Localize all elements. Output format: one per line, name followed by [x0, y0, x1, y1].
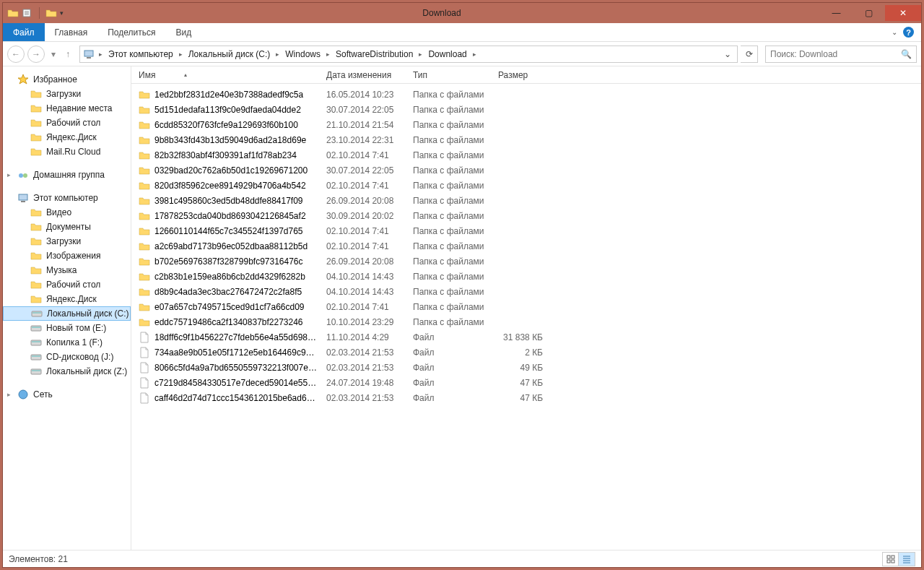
sidebar-item[interactable]: Mail.Ru Cloud	[3, 144, 131, 159]
svg-rect-5	[19, 194, 27, 200]
sidebar-homegroup-header[interactable]: ▸ Домашняя группа	[3, 168, 131, 182]
column-size[interactable]: Размер	[491, 70, 549, 80]
file-type: Файл	[406, 347, 491, 358]
sidebar-item[interactable]: Копилка 1 (F:)	[3, 335, 131, 350]
minimize-button[interactable]: —	[820, 5, 853, 21]
expand-ribbon-button[interactable]: ⌄	[892, 28, 897, 36]
file-row[interactable]: 17878253cda040bd8693042126845af230.09.20…	[131, 208, 921, 223]
sidebar-item[interactable]: Яндекс.Диск	[3, 292, 131, 306]
sidebar-item-label: Яндекс.Диск	[46, 294, 97, 304]
sidebar-item[interactable]: Недавние места	[3, 101, 131, 116]
file-row[interactable]: 6cdd85320f763fcfe9a129693f60b10021.10.20…	[131, 117, 921, 132]
file-row[interactable]: c2b83b1e159ea86b6cb2dd4329f6282b04.10.20…	[131, 269, 921, 284]
sidebar-item[interactable]: Рабочий стол	[3, 116, 131, 130]
file-name: d8b9c4ada3ec3bac276472472c2fa8f5	[154, 287, 302, 297]
sidebar-item[interactable]: Локальный диск (Z:)	[3, 364, 131, 379]
file-name: 0329bad20c762a6b50d1c19269671200	[154, 165, 308, 176]
column-type[interactable]: Тип	[406, 70, 491, 80]
sidebar-item[interactable]: Музыка	[3, 263, 131, 277]
tab-view[interactable]: Вид	[165, 23, 201, 41]
sidebar-item[interactable]: Изображения	[3, 249, 131, 263]
crumb-c-drive[interactable]: Локальный диск (C:)	[187, 49, 272, 59]
file-size: 31 838 КБ	[491, 332, 549, 342]
file-name: b702e56976387f328799bfc97316476c	[154, 256, 303, 267]
crumb-softwaredistribution[interactable]: SoftwareDistribution	[334, 49, 414, 59]
sidebar-favorites: Избранное ЗагрузкиНедавние местаРабочий …	[3, 72, 131, 159]
file-row[interactable]: 0329bad20c762a6b50d1c1926967120030.07.20…	[131, 163, 921, 178]
sidebar-item[interactable]: Локальный диск (C:)	[3, 306, 131, 321]
sidebar-favorites-header[interactable]: Избранное	[3, 72, 131, 87]
file-type: Папка с файлами	[406, 135, 491, 145]
history-dropdown[interactable]: ▾	[48, 46, 59, 63]
column-date[interactable]: Дата изменения	[319, 70, 406, 80]
file-date: 02.10.2014 7:41	[319, 181, 406, 191]
chevron-right-icon[interactable]: ▸	[96, 51, 105, 58]
file-row[interactable]: a2c69abd7173b96ec052dbaa88112b5d02.10.20…	[131, 238, 921, 254]
address-dropdown[interactable]: ⌄	[721, 49, 734, 59]
sidebar-item[interactable]: CD-дисковод (J:)	[3, 350, 131, 364]
file-row[interactable]: e07a657cb7495715ced9d1cf7a66cd0902.10.20…	[131, 299, 921, 314]
properties-icon[interactable]	[22, 7, 33, 19]
maximize-button[interactable]: ▢	[853, 5, 885, 21]
file-name: 734aa8e9b051e05f1712e5eb164469c92041...	[154, 347, 319, 358]
file-row[interactable]: 8066c5fd4a9a7bd6550559732213f007ea38...0…	[131, 360, 921, 375]
file-row[interactable]: 5d151dedafa113f9c0e9dfaeda04dde230.07.20…	[131, 102, 921, 117]
search-input[interactable]	[770, 49, 901, 59]
chevron-right-icon[interactable]: ▸	[416, 51, 425, 58]
file-row[interactable]: 82b32f830abf4f309391af1fd78ab23402.10.20…	[131, 147, 921, 163]
sidebar-item[interactable]: Рабочий стол	[3, 277, 131, 292]
view-details-button[interactable]	[899, 553, 915, 566]
file-type: Папка с файлами	[406, 120, 491, 130]
file-row[interactable]: 3981c495860c3ed5db48ddfe88417f0926.09.20…	[131, 193, 921, 208]
svg-rect-19	[892, 556, 894, 558]
sidebar-item[interactable]: Загрузки	[3, 234, 131, 249]
crumb-download[interactable]: Download	[427, 49, 468, 59]
search-box[interactable]: 🔍	[765, 46, 917, 63]
file-row[interactable]: 9b8b343fd43b13d59049d6ad2a18d69e23.10.20…	[131, 132, 921, 147]
chevron-right-icon[interactable]: ▸	[176, 51, 186, 58]
crumb-computer[interactable]: Этот компьютер	[107, 49, 175, 59]
chevron-right-icon[interactable]: ▸	[323, 51, 333, 58]
view-thumbnails-button[interactable]	[883, 553, 899, 566]
up-button[interactable]: ↑	[62, 46, 74, 63]
file-row[interactable]: 12660110144f65c7c345524f1397d76502.10.20…	[131, 223, 921, 238]
file-type: Файл	[406, 363, 491, 373]
file-date: 02.10.2014 7:41	[319, 226, 406, 236]
address-bar[interactable]: ▸ Этот компьютер ▸ Локальный диск (C:) ▸…	[79, 46, 738, 63]
file-row[interactable]: caff46d2d74d71ccc1543612015be6ad648...02…	[131, 390, 921, 405]
folder-open-icon[interactable]	[45, 7, 57, 19]
column-name[interactable]: Имя▴	[131, 70, 319, 80]
help-button[interactable]: ?	[903, 27, 914, 38]
back-button[interactable]: ←	[7, 46, 25, 63]
tab-home[interactable]: Главная	[45, 23, 98, 41]
file-row[interactable]: c7219d84584330517e7deced59014e55a08...24…	[131, 375, 921, 390]
forward-button[interactable]: →	[27, 46, 45, 63]
crumb-windows[interactable]: Windows	[284, 49, 322, 59]
file-row[interactable]: b702e56976387f328799bfc97316476c26.09.20…	[131, 254, 921, 269]
sidebar-item[interactable]: Документы	[3, 220, 131, 234]
file-date: 02.10.2014 7:41	[319, 150, 406, 160]
file-row[interactable]: 18dff6c9f1b456227c7fdeb56e4a55d698a3...1…	[131, 329, 921, 345]
tab-share[interactable]: Поделиться	[97, 23, 165, 41]
file-type: Папка с файлами	[406, 150, 491, 160]
sidebar-item[interactable]: Новый том (E:)	[3, 321, 131, 335]
refresh-button[interactable]: ⟳	[741, 46, 758, 63]
file-row[interactable]: 734aa8e9b051e05f1712e5eb164469c92041...0…	[131, 345, 921, 360]
sidebar-item[interactable]: Загрузки	[3, 87, 131, 101]
sidebar-network-header[interactable]: ▸ Сеть	[3, 387, 131, 402]
sidebar-network: ▸ Сеть	[3, 387, 131, 402]
folder-icon	[7, 7, 19, 19]
content: Избранное ЗагрузкиНедавние местаРабочий …	[3, 66, 921, 550]
chevron-right-icon[interactable]: ▸	[470, 51, 479, 58]
sidebar-item[interactable]: Видео	[3, 205, 131, 220]
file-row[interactable]: 1ed2bbf2831d2e40e3b7388adedf9c5a16.05.20…	[131, 87, 921, 102]
sidebar-computer-header[interactable]: Этот компьютер	[3, 191, 131, 205]
tab-file[interactable]: Файл	[3, 23, 45, 41]
file-row[interactable]: 820d3f85962cee8914929b4706a4b54202.10.20…	[131, 178, 921, 193]
sidebar-item[interactable]: Яндекс.Диск	[3, 130, 131, 144]
chevron-right-icon[interactable]: ▸	[273, 51, 282, 58]
file-row[interactable]: eddc75719486ca2f1340837bf227324610.10.20…	[131, 314, 921, 329]
close-button[interactable]: ✕	[885, 5, 921, 21]
file-row[interactable]: d8b9c4ada3ec3bac276472472c2fa8f504.10.20…	[131, 284, 921, 299]
file-date: 24.07.2014 19:48	[319, 378, 406, 388]
